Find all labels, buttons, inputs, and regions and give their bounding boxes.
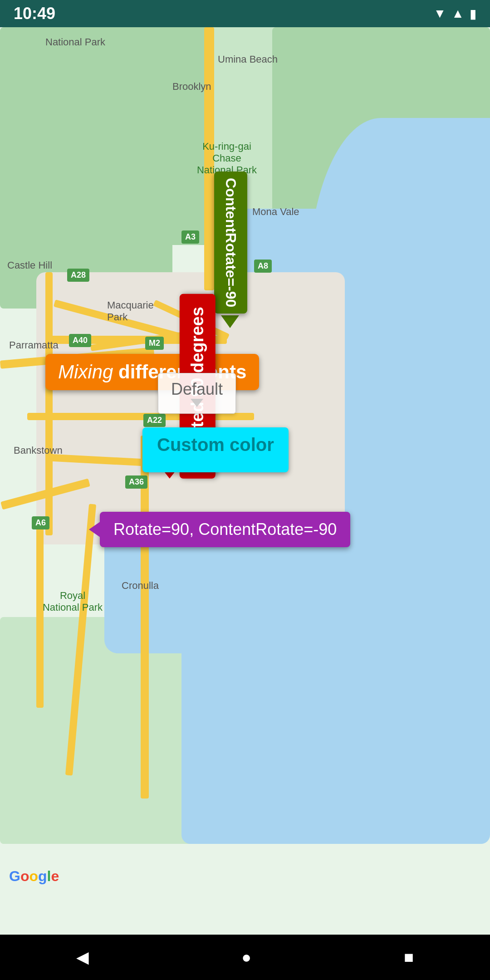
map-container[interactable]: A3 A8 A28 A40 M2 M4 A22 A36 A6 M1 Nation…	[0, 27, 490, 935]
label-umina-beach: Umina Beach	[218, 54, 278, 65]
custom-color-arrow	[207, 455, 224, 465]
shield-a6: A6	[32, 516, 49, 529]
status-icons: ▼ ▲ ▮	[434, 6, 476, 21]
label-brooklyn: Brooklyn	[172, 81, 211, 93]
shield-a8: A8	[254, 260, 272, 273]
label-bankstown: Bankstown	[14, 445, 63, 456]
wifi-icon: ▼	[434, 6, 446, 21]
custom-color-text: Custom color	[157, 435, 274, 455]
label-rotate-content: Rotate=90, ContentRotate=-90	[100, 512, 350, 547]
default-arrow	[191, 399, 203, 407]
label-royal-national-park: RoyalNational Park	[27, 590, 118, 613]
content-rotate-inner: ContentRotate=-90	[214, 172, 247, 314]
map-background: A3 A8 A28 A40 M2 M4 A22 A36 A6 M1 Nation…	[0, 27, 490, 935]
default-text: Default	[171, 380, 223, 399]
shield-a3: A3	[181, 230, 199, 244]
label-macquarie-park: MacquariePark	[107, 299, 154, 323]
shield-a28: A28	[67, 269, 89, 282]
home-button[interactable]: ●	[241, 948, 251, 967]
google-logo: Google	[9, 868, 59, 885]
label-default: Default	[158, 373, 236, 414]
nav-bar: ◀ ● ■	[0, 935, 490, 980]
status-time: 10:49	[14, 4, 55, 23]
shield-a36: A36	[125, 475, 147, 489]
road-ns-west2	[36, 526, 44, 708]
road-ns-west	[45, 272, 53, 535]
road-princes-hwy	[141, 436, 149, 799]
content-rotate-text: ContentRotate=-90	[222, 178, 239, 307]
label-ku-ring-gai: Ku-ring-gaiChaseNational Park	[181, 141, 272, 176]
label-custom-color: Custom color	[142, 427, 289, 472]
road-cross1	[27, 413, 254, 420]
battery-icon: ▮	[470, 6, 476, 21]
label-mona-vale: Mona Vale	[252, 206, 299, 218]
back-button[interactable]: ◀	[76, 948, 89, 967]
mixing-italic: Mixing	[58, 361, 113, 382]
label-content-rotate: ContentRotate=-90	[214, 172, 246, 328]
label-national-park: National Park	[45, 36, 105, 48]
label-parramatta: Parramatta	[9, 339, 59, 351]
label-castle-hill: Castle Hill	[7, 260, 52, 271]
rotate-content-text: Rotate=90, ContentRotate=-90	[113, 520, 337, 539]
status-bar: 10:49 ▼ ▲ ▮	[0, 0, 490, 27]
recents-button[interactable]: ■	[404, 948, 414, 967]
shield-a40: A40	[69, 334, 91, 347]
content-rotate-arrow	[221, 315, 239, 328]
rotate-content-arrow	[89, 521, 101, 538]
label-cronulla: Cronulla	[122, 580, 159, 592]
signal-icon: ▲	[451, 6, 464, 21]
